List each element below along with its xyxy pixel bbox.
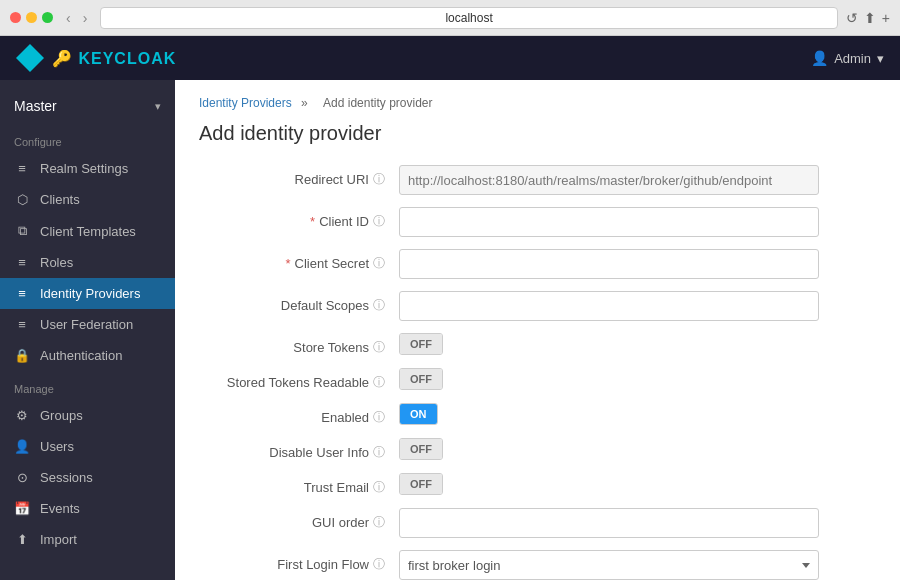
stored-tokens-readable-label: Stored Tokens Readable ⓘ <box>199 368 399 391</box>
form: Redirect URI ⓘ * Client ID ⓘ <box>199 165 876 580</box>
configure-section-label: Configure <box>0 124 175 153</box>
default-scopes-control <box>399 291 819 321</box>
gui-order-help-icon[interactable]: ⓘ <box>373 514 385 531</box>
first-login-flow-select[interactable]: first broker loginbrowserdirect grantreg… <box>399 550 819 580</box>
sidebar-item-realm-settings[interactable]: ≡ Realm Settings <box>0 153 175 184</box>
enabled-toggle[interactable]: ON <box>399 403 438 425</box>
first-login-flow-control: first broker loginbrowserdirect grantreg… <box>399 550 819 580</box>
sidebar-item-label: Identity Providers <box>40 286 140 301</box>
sidebar-item-label: Import <box>40 532 77 547</box>
redirect-uri-help-icon[interactable]: ⓘ <box>373 171 385 188</box>
sidebar-item-label: Roles <box>40 255 73 270</box>
sidebar-item-client-templates[interactable]: ⧉ Client Templates <box>0 215 175 247</box>
sidebar-item-authentication[interactable]: 🔒 Authentication <box>0 340 175 371</box>
sidebar-item-user-federation[interactable]: ≡ User Federation <box>0 309 175 340</box>
sidebar-item-clients[interactable]: ⬡ Clients <box>0 184 175 215</box>
admin-menu[interactable]: 👤 Admin ▾ <box>811 50 884 66</box>
trust-email-toggle[interactable]: OFF <box>399 473 443 495</box>
form-row-client-id: * Client ID ⓘ <box>199 207 876 237</box>
disable-user-info-off[interactable]: OFF <box>400 439 442 459</box>
default-scopes-label: Default Scopes ⓘ <box>199 291 399 314</box>
gui-order-input[interactable] <box>399 508 819 538</box>
form-row-store-tokens: Store Tokens ⓘ OFF <box>199 333 876 356</box>
address-bar[interactable]: localhost <box>100 7 837 29</box>
sidebar-item-label: Clients <box>40 192 80 207</box>
form-row-first-login-flow: First Login Flow ⓘ first broker loginbro… <box>199 550 876 580</box>
manage-section-label: Manage <box>0 371 175 400</box>
sidebar-item-label: Client Templates <box>40 224 136 239</box>
client-secret-label: * Client Secret ⓘ <box>199 249 399 272</box>
client-id-help-icon[interactable]: ⓘ <box>373 213 385 230</box>
browser-chrome: ‹ › localhost ↺ ⬆ + <box>0 0 900 36</box>
minimize-button[interactable] <box>26 12 37 23</box>
client-id-input[interactable] <box>399 207 819 237</box>
enabled-help-icon[interactable]: ⓘ <box>373 409 385 426</box>
stored-tokens-readable-off[interactable]: OFF <box>400 369 442 389</box>
logo-icon <box>16 44 44 72</box>
realm-selector[interactable]: Master ▾ <box>0 88 175 124</box>
enabled-on[interactable]: ON <box>400 404 437 424</box>
content-area: Identity Providers » Add identity provid… <box>175 80 900 580</box>
sidebar-item-label: Groups <box>40 408 83 423</box>
reload-button[interactable]: ↺ <box>846 10 858 26</box>
user-icon: 👤 <box>811 50 828 66</box>
store-tokens-help-icon[interactable]: ⓘ <box>373 339 385 356</box>
trust-email-off[interactable]: OFF <box>400 474 442 494</box>
disable-user-info-help-icon[interactable]: ⓘ <box>373 444 385 461</box>
client-id-label: * Client ID ⓘ <box>199 207 399 230</box>
new-tab-button[interactable]: + <box>882 10 890 26</box>
breadcrumb-separator: » <box>301 96 308 110</box>
top-nav: 🔑 KEYCLOAK 👤 Admin ▾ <box>0 36 900 80</box>
share-button[interactable]: ⬆ <box>864 10 876 26</box>
client-secret-help-icon[interactable]: ⓘ <box>373 255 385 272</box>
form-row-trust-email: Trust Email ⓘ OFF <box>199 473 876 496</box>
sidebar-item-roles[interactable]: ≡ Roles <box>0 247 175 278</box>
app-container: 🔑 KEYCLOAK 👤 Admin ▾ Master ▾ Configure … <box>0 36 900 580</box>
sidebar-item-label: Sessions <box>40 470 93 485</box>
redirect-uri-label: Redirect URI ⓘ <box>199 165 399 188</box>
close-button[interactable] <box>10 12 21 23</box>
logo-text: 🔑 KEYCLOAK <box>52 49 176 68</box>
disable-user-info-control: OFF <box>399 438 819 460</box>
store-tokens-control: OFF <box>399 333 819 355</box>
store-tokens-toggle[interactable]: OFF <box>399 333 443 355</box>
back-button[interactable]: ‹ <box>61 8 76 28</box>
default-scopes-input[interactable] <box>399 291 819 321</box>
sidebar-item-groups[interactable]: ⚙ Groups <box>0 400 175 431</box>
browser-actions: ↺ ⬆ + <box>846 10 890 26</box>
store-tokens-off[interactable]: OFF <box>400 334 442 354</box>
trust-email-label: Trust Email ⓘ <box>199 473 399 496</box>
realm-settings-icon: ≡ <box>14 161 30 176</box>
disable-user-info-toggle[interactable]: OFF <box>399 438 443 460</box>
breadcrumb-parent-link[interactable]: Identity Providers <box>199 96 292 110</box>
required-star: * <box>310 214 315 229</box>
enabled-control: ON <box>399 403 819 425</box>
default-scopes-help-icon[interactable]: ⓘ <box>373 297 385 314</box>
redirect-uri-control <box>399 165 819 195</box>
form-row-redirect-uri: Redirect URI ⓘ <box>199 165 876 195</box>
maximize-button[interactable] <box>42 12 53 23</box>
sidebar-item-sessions[interactable]: ⊙ Sessions <box>0 462 175 493</box>
sidebar-item-events[interactable]: 📅 Events <box>0 493 175 524</box>
sidebar-item-label: User Federation <box>40 317 133 332</box>
stored-tokens-readable-help-icon[interactable]: ⓘ <box>373 374 385 391</box>
sidebar-item-users[interactable]: 👤 Users <box>0 431 175 462</box>
logo-accent: 🔑 <box>52 50 73 67</box>
trust-email-help-icon[interactable]: ⓘ <box>373 479 385 496</box>
identity-providers-icon: ≡ <box>14 286 30 301</box>
user-federation-icon: ≡ <box>14 317 30 332</box>
sidebar-item-label: Authentication <box>40 348 122 363</box>
stored-tokens-readable-toggle[interactable]: OFF <box>399 368 443 390</box>
stored-tokens-readable-control: OFF <box>399 368 819 390</box>
sidebar-item-import[interactable]: ⬆ Import <box>0 524 175 555</box>
first-login-flow-help-icon[interactable]: ⓘ <box>373 556 385 573</box>
client-secret-input[interactable] <box>399 249 819 279</box>
required-star: * <box>286 256 291 271</box>
store-tokens-label: Store Tokens ⓘ <box>199 333 399 356</box>
forward-button[interactable]: › <box>78 8 93 28</box>
sidebar-item-identity-providers[interactable]: ≡ Identity Providers <box>0 278 175 309</box>
realm-chevron-icon: ▾ <box>155 100 161 113</box>
disable-user-info-label: Disable User Info ⓘ <box>199 438 399 461</box>
traffic-lights <box>10 12 53 23</box>
breadcrumb-current: Add identity provider <box>323 96 432 110</box>
